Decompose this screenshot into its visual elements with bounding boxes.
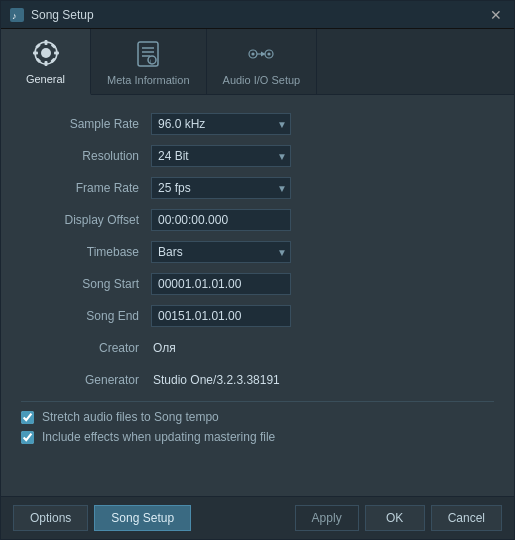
- tab-general[interactable]: General: [1, 29, 91, 95]
- frame-rate-row: Frame Rate 23.976 fps 24 fps 25 fps 29.9…: [21, 175, 494, 201]
- resolution-select-wrap: 16 Bit 24 Bit 32 Bit Float ▼: [151, 145, 291, 167]
- options-button[interactable]: Options: [13, 505, 88, 531]
- song-start-input[interactable]: [151, 273, 291, 295]
- song-icon: ♪: [9, 7, 25, 23]
- timebase-select[interactable]: Bars Seconds Frames: [151, 241, 291, 263]
- close-button[interactable]: ✕: [486, 5, 506, 25]
- generator-row: Generator Studio One/3.2.3.38191: [21, 367, 494, 393]
- gear-icon: [30, 37, 62, 69]
- main-content: Sample Rate 44.1 kHz 48.0 kHz 88.2 kHz 9…: [1, 95, 514, 496]
- display-offset-row: Display Offset: [21, 207, 494, 233]
- stretch-checkbox-row: Stretch audio files to Song tempo: [21, 410, 494, 424]
- sample-rate-select[interactable]: 44.1 kHz 48.0 kHz 88.2 kHz 96.0 kHz 192.…: [151, 113, 291, 135]
- song-start-row: Song Start: [21, 271, 494, 297]
- creator-row: Creator Оля: [21, 335, 494, 361]
- frame-rate-select-wrap: 23.976 fps 24 fps 25 fps 29.97 fps 30 fp…: [151, 177, 291, 199]
- effects-checkbox[interactable]: [21, 431, 34, 444]
- svg-point-19: [252, 52, 255, 55]
- creator-value: Оля: [151, 341, 176, 355]
- footer-left: Options Song Setup: [13, 505, 191, 531]
- svg-rect-5: [44, 61, 47, 66]
- generator-label: Generator: [21, 373, 151, 387]
- resolution-row: Resolution 16 Bit 24 Bit 32 Bit Float ▼: [21, 143, 494, 169]
- apply-button[interactable]: Apply: [295, 505, 359, 531]
- svg-rect-6: [33, 52, 38, 55]
- effects-label[interactable]: Include effects when updating mastering …: [42, 430, 275, 444]
- title-bar: ♪ Song Setup ✕: [1, 1, 514, 29]
- svg-text:♪: ♪: [12, 11, 17, 21]
- generator-value: Studio One/3.2.3.38191: [151, 373, 280, 387]
- song-end-input[interactable]: [151, 305, 291, 327]
- tab-general-label: General: [26, 73, 65, 85]
- svg-rect-7: [54, 52, 59, 55]
- timebase-label: Timebase: [21, 245, 151, 259]
- tab-audio-label: Audio I/O Setup: [223, 74, 301, 86]
- tabs-container: General i Meta Information: [1, 29, 514, 95]
- song-end-label: Song End: [21, 309, 151, 323]
- sample-rate-label: Sample Rate: [21, 117, 151, 131]
- frame-rate-label: Frame Rate: [21, 181, 151, 195]
- creator-label: Creator: [21, 341, 151, 355]
- info-icon: i: [132, 38, 164, 70]
- sample-rate-select-wrap: 44.1 kHz 48.0 kHz 88.2 kHz 96.0 kHz 192.…: [151, 113, 291, 135]
- svg-text:i: i: [150, 58, 151, 64]
- footer-right: Apply OK Cancel: [295, 505, 502, 531]
- frame-rate-select[interactable]: 23.976 fps 24 fps 25 fps 29.97 fps 30 fp…: [151, 177, 291, 199]
- tab-meta-label: Meta Information: [107, 74, 190, 86]
- song-setup-button[interactable]: Song Setup: [94, 505, 191, 531]
- timebase-row: Timebase Bars Seconds Frames ▼: [21, 239, 494, 265]
- stretch-checkbox[interactable]: [21, 411, 34, 424]
- timebase-select-wrap: Bars Seconds Frames ▼: [151, 241, 291, 263]
- resolution-label: Resolution: [21, 149, 151, 163]
- song-end-row: Song End: [21, 303, 494, 329]
- form-table: Sample Rate 44.1 kHz 48.0 kHz 88.2 kHz 9…: [21, 111, 494, 393]
- audio-icon: [245, 38, 277, 70]
- display-offset-label: Display Offset: [21, 213, 151, 227]
- ok-button[interactable]: OK: [365, 505, 425, 531]
- effects-checkbox-row: Include effects when updating mastering …: [21, 430, 494, 444]
- cancel-button[interactable]: Cancel: [431, 505, 502, 531]
- dialog-title: Song Setup: [31, 8, 94, 22]
- title-bar-left: ♪ Song Setup: [9, 7, 94, 23]
- checkboxes-section: Stretch audio files to Song tempo Includ…: [21, 401, 494, 458]
- sample-rate-row: Sample Rate 44.1 kHz 48.0 kHz 88.2 kHz 9…: [21, 111, 494, 137]
- svg-point-22: [268, 52, 271, 55]
- tab-meta[interactable]: i Meta Information: [91, 29, 207, 94]
- svg-rect-4: [44, 40, 47, 45]
- footer: Options Song Setup Apply OK Cancel: [1, 496, 514, 539]
- song-start-label: Song Start: [21, 277, 151, 291]
- tab-audio[interactable]: Audio I/O Setup: [207, 29, 318, 94]
- song-setup-dialog: ♪ Song Setup ✕: [0, 0, 515, 540]
- resolution-select[interactable]: 16 Bit 24 Bit 32 Bit Float: [151, 145, 291, 167]
- svg-point-3: [41, 48, 51, 58]
- display-offset-input[interactable]: [151, 209, 291, 231]
- stretch-label[interactable]: Stretch audio files to Song tempo: [42, 410, 219, 424]
